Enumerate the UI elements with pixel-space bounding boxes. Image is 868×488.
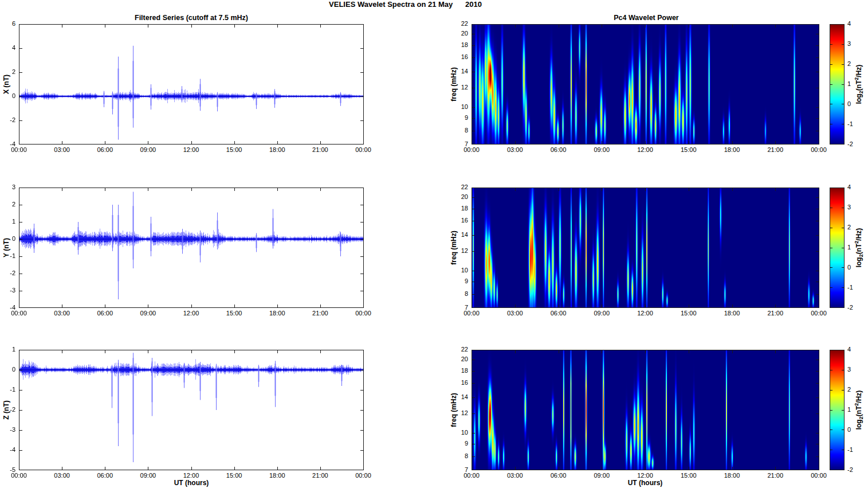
tick-label: 00:00: [2, 146, 36, 154]
y-axis-label-x: X (nT): [2, 24, 10, 145]
tick-label: 1: [847, 80, 865, 88]
wavelet-panel-x: [472, 24, 819, 145]
tick-label: 09:00: [131, 472, 165, 479]
tick-label: 06:00: [88, 146, 122, 154]
tick-label: 2: [0, 68, 15, 76]
wavelet-panel-z: [472, 350, 819, 470]
tick-label: 09:00: [584, 472, 619, 479]
tick-label: 15:00: [671, 472, 706, 479]
timeseries-canvas-z: [19, 350, 364, 470]
tick-label: 10: [445, 103, 468, 111]
tick-label: 8: [445, 452, 468, 460]
x-axis-label-left: UT (hours): [134, 479, 249, 487]
colorbar-canvas-x: [830, 24, 845, 145]
tick-label: 18: [445, 205, 468, 212]
tick-label: -1: [847, 284, 865, 291]
tick-label: 1: [0, 346, 15, 353]
tick-label: 12:00: [174, 472, 209, 479]
tick-label: 18:00: [260, 146, 294, 154]
tick-label: 15:00: [217, 310, 252, 317]
tick-label: 21:00: [303, 146, 337, 154]
tick-label: -2: [847, 140, 865, 148]
tick-label: 3: [847, 204, 865, 211]
wavelet-panel-y: [472, 188, 819, 308]
tick-label: 6: [0, 20, 15, 28]
tick-label: 12: [445, 247, 468, 255]
colorbar-z: [830, 350, 845, 470]
wavelet-canvas-y: [472, 188, 819, 308]
tick-label: 2: [847, 224, 865, 231]
tick-label: -1: [847, 120, 865, 128]
tick-label: 03:00: [45, 472, 79, 479]
tick-label: 00:00: [346, 146, 380, 154]
tick-label: 12:00: [174, 146, 209, 154]
tick-label: -2: [847, 466, 865, 474]
tick-label: 10: [445, 429, 468, 436]
figure-root: VELIES Wavelet Spectra on 21 May 2010 Fi…: [0, 0, 868, 488]
tick-label: 18: [445, 367, 468, 374]
tick-label: 00:00: [454, 146, 489, 154]
tick-label: 4: [0, 44, 15, 52]
tick-label: -2: [0, 270, 15, 277]
tick-label: 8: [445, 290, 468, 298]
tick-label: 03:00: [45, 310, 79, 317]
tick-label: 00:00: [346, 310, 380, 317]
tick-label: 2: [847, 60, 865, 68]
tick-label: 06:00: [88, 472, 122, 479]
tick-label: 9: [445, 114, 468, 122]
tick-label: 00:00: [802, 146, 836, 154]
tick-label: 22: [445, 20, 468, 28]
tick-label: 14: [445, 68, 468, 75]
tick-label: 18:00: [715, 146, 749, 154]
tick-label: 22: [445, 346, 468, 353]
tick-label: 20: [445, 193, 468, 201]
tick-label: 03:00: [498, 310, 532, 317]
tick-label: -2: [0, 406, 15, 413]
tick-label: 20: [445, 356, 468, 363]
tick-label: 0: [847, 264, 865, 271]
tick-label: 12:00: [628, 146, 662, 154]
tick-label: 1: [847, 244, 865, 251]
tick-label: 3: [0, 184, 15, 191]
tick-label: 03:00: [45, 146, 79, 154]
tick-label: 00:00: [2, 310, 36, 317]
timeseries-canvas-x: [19, 24, 364, 145]
tick-label: 21:00: [758, 472, 792, 479]
tick-label: 00:00: [454, 472, 489, 479]
colorbar-canvas-z: [830, 350, 845, 470]
tick-label: 09:00: [584, 146, 619, 154]
tick-label: -4: [0, 446, 15, 454]
tick-label: 18:00: [260, 472, 294, 479]
tick-label: 03:00: [498, 146, 532, 154]
timeseries-panel-x: [19, 24, 364, 145]
wavelet-canvas-x: [472, 24, 819, 145]
tick-label: 03:00: [498, 472, 532, 479]
tick-label: 9: [445, 278, 468, 285]
tick-label: -2: [847, 304, 865, 311]
tick-label: 4: [847, 346, 865, 353]
tick-label: 1: [847, 406, 865, 413]
tick-label: 06:00: [541, 310, 576, 317]
tick-label: 16: [445, 379, 468, 387]
figure-title: VELIES Wavelet Spectra on 21 May 2010: [0, 0, 811, 9]
tick-label: 22: [445, 184, 468, 191]
tick-label: 12: [445, 409, 468, 417]
tick-label: -1: [0, 252, 15, 260]
colorbar-canvas-y: [830, 188, 845, 308]
wavelet-canvas-z: [472, 350, 819, 470]
tick-label: 21:00: [303, 472, 337, 479]
tick-label: 06:00: [541, 146, 576, 154]
tick-label: 00:00: [2, 472, 36, 479]
tick-label: 09:00: [131, 310, 165, 317]
tick-label: 14: [445, 231, 468, 239]
timeseries-panel-y: [19, 188, 364, 308]
timeseries-canvas-y: [19, 188, 364, 308]
tick-label: 06:00: [88, 310, 122, 317]
tick-label: 18:00: [715, 472, 749, 479]
timeseries-panel-z: [19, 350, 364, 470]
tick-label: 9: [445, 440, 468, 447]
tick-label: 12:00: [628, 472, 662, 479]
tick-label: -3: [0, 426, 15, 434]
tick-label: 4: [847, 184, 865, 191]
tick-label: 09:00: [131, 146, 165, 154]
